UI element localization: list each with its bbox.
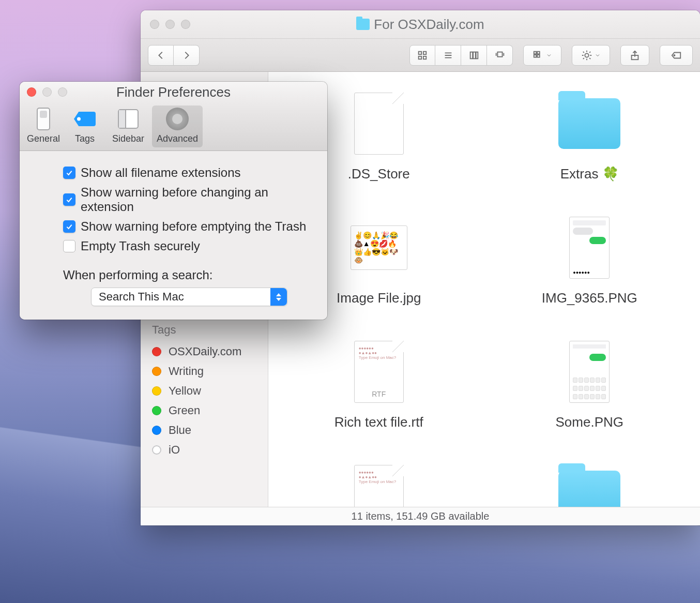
tag-color-icon	[152, 426, 161, 435]
svg-rect-13	[534, 51, 537, 54]
tab-sidebar[interactable]: Sidebar	[106, 105, 150, 147]
preference-checkbox-row: Empty Trash securely	[63, 239, 312, 253]
finder-preferences-window: Finder Preferences General Tags Sidebar …	[20, 82, 327, 320]
svg-point-17	[585, 53, 588, 57]
tab-label: Sidebar	[112, 133, 144, 144]
finder-titlebar[interactable]: For OSXDaily.com	[141, 10, 700, 39]
share-button[interactable]	[620, 45, 649, 66]
svg-rect-0	[419, 51, 422, 54]
sidebar-tag-item[interactable]: Green	[141, 401, 268, 420]
minimize-button[interactable]	[165, 20, 175, 29]
preference-checkbox-row: Show warning before emptying the Trash	[63, 219, 312, 234]
preference-checkbox-row: Show all filename extensions	[63, 165, 312, 180]
tags-header: Tags	[141, 320, 268, 339]
file-thumbnail: ✌️😊🙏🎉😂💩▲😍💋🔥👑👍😎🐱🐶🐵	[348, 212, 410, 284]
chevron-updown-icon	[270, 288, 287, 306]
tag-label: iO	[169, 443, 180, 457]
tag-label: Yellow	[169, 384, 201, 398]
checkbox-label: Show warning before emptying the Trash	[81, 219, 306, 234]
prefs-titlebar[interactable]: Finder Preferences	[20, 82, 327, 102]
sidebar-tag-item[interactable]: Blue	[141, 420, 268, 440]
prefs-toolbar: General Tags Sidebar Advanced	[20, 102, 327, 151]
file-thumbnail	[558, 87, 620, 160]
checkbox-label: Show warning before changing an extensio…	[81, 185, 312, 214]
svg-rect-1	[423, 51, 427, 54]
file-thumbnail: ●●●●●●	[558, 212, 620, 284]
file-thumbnail	[348, 87, 410, 160]
action-button[interactable]	[572, 45, 610, 66]
edit-tags-button[interactable]	[660, 45, 693, 66]
zoom-button[interactable]	[181, 20, 190, 29]
checkbox[interactable]	[63, 220, 75, 233]
finder-status-bar: 11 items, 151.49 GB available	[141, 507, 700, 525]
tag-color-icon	[152, 406, 161, 415]
file-label: Rich text file.rtf	[334, 414, 423, 430]
close-button[interactable]	[150, 20, 159, 29]
svg-rect-9	[476, 52, 478, 58]
tags-group	[660, 45, 693, 66]
sidebar-tag-item[interactable]: iO	[141, 440, 268, 460]
file-label: .DS_Store	[348, 166, 410, 182]
search-scope-label: When performing a search:	[63, 268, 312, 282]
checkbox[interactable]	[63, 167, 75, 179]
search-scope-select[interactable]: Search This Mac	[91, 288, 287, 306]
svg-rect-14	[534, 55, 537, 57]
sidebar-icon	[118, 109, 139, 129]
tag-label: Blue	[169, 424, 191, 437]
svg-rect-10	[497, 52, 502, 56]
sidebar-tag-item[interactable]: Writing	[141, 361, 268, 381]
tag-label: Green	[169, 404, 200, 417]
file-label: Image File.jpg	[337, 290, 421, 306]
checkbox[interactable]	[63, 193, 75, 206]
tag-color-icon	[152, 445, 161, 455]
tag-icon	[74, 112, 96, 126]
finder-content-grid[interactable]: .DS_StoreExtras 🍀✌️😊🙏🎉😂💩▲😍💋🔥👑👍😎🐱🐶🐵Image …	[268, 72, 700, 507]
tab-label: General	[27, 133, 60, 144]
column-view-button[interactable]	[461, 45, 487, 66]
tab-tags[interactable]: Tags	[65, 105, 104, 147]
switch-icon	[37, 108, 50, 130]
svg-rect-7	[470, 52, 473, 58]
file-item[interactable]: Work To Do ☕	[484, 460, 695, 507]
tab-general[interactable]: General	[24, 105, 63, 147]
file-thumbnail	[558, 336, 620, 408]
svg-rect-2	[419, 56, 422, 59]
back-button[interactable]	[148, 45, 174, 66]
folder-icon	[356, 19, 370, 30]
file-item[interactable]: ●●●●●●IMG_9365.PNG	[484, 212, 695, 336]
tag-color-icon	[152, 347, 161, 356]
file-item[interactable]: ●●●●●●●▲●▲●●Type Emoji on Mac?Text File.…	[273, 460, 484, 507]
checkbox-label: Empty Trash securely	[81, 239, 200, 253]
file-thumbnail: ●●●●●●●▲●▲●●Type Emoji on Mac?	[348, 336, 410, 408]
sidebar-tag-item[interactable]: OSXDaily.com	[141, 342, 268, 361]
arrange-button[interactable]	[523, 45, 561, 66]
file-item[interactable]: Extras 🍀	[484, 87, 695, 212]
svg-rect-8	[473, 52, 476, 58]
svg-rect-3	[423, 56, 427, 59]
file-item[interactable]: ●●●●●●●▲●▲●●Type Emoji on Mac?Rich text …	[273, 336, 484, 460]
checkbox-label: Show all filename extensions	[81, 165, 241, 180]
sidebar-tag-item[interactable]: Yellow	[141, 381, 268, 401]
prefs-title: Finder Preferences	[20, 84, 327, 100]
file-item[interactable]: Some.PNG	[484, 336, 695, 460]
file-label: Extras 🍀	[560, 166, 619, 182]
forward-button[interactable]	[174, 45, 200, 66]
tab-label: Advanced	[157, 133, 198, 144]
coverflow-view-button[interactable]	[487, 45, 513, 66]
checkbox[interactable]	[63, 240, 75, 252]
tab-advanced[interactable]: Advanced	[152, 105, 203, 147]
sidebar-tags-list: OSXDaily.comWritingYellowGreenBlueiO	[141, 342, 268, 460]
finder-toolbar	[141, 39, 700, 72]
list-view-button[interactable]	[435, 45, 461, 66]
share-group	[620, 45, 649, 66]
arrange-group	[523, 45, 561, 66]
prefs-body: Show all filename extensionsShow warning…	[20, 151, 327, 320]
tag-color-icon	[152, 367, 161, 376]
file-label: IMG_9365.PNG	[542, 290, 637, 306]
action-group	[572, 45, 610, 66]
gear-icon	[166, 108, 189, 130]
view-mode-buttons	[409, 45, 513, 66]
nav-buttons	[148, 45, 200, 66]
prefs-checks: Show all filename extensionsShow warning…	[35, 165, 312, 253]
icon-view-button[interactable]	[409, 45, 435, 66]
